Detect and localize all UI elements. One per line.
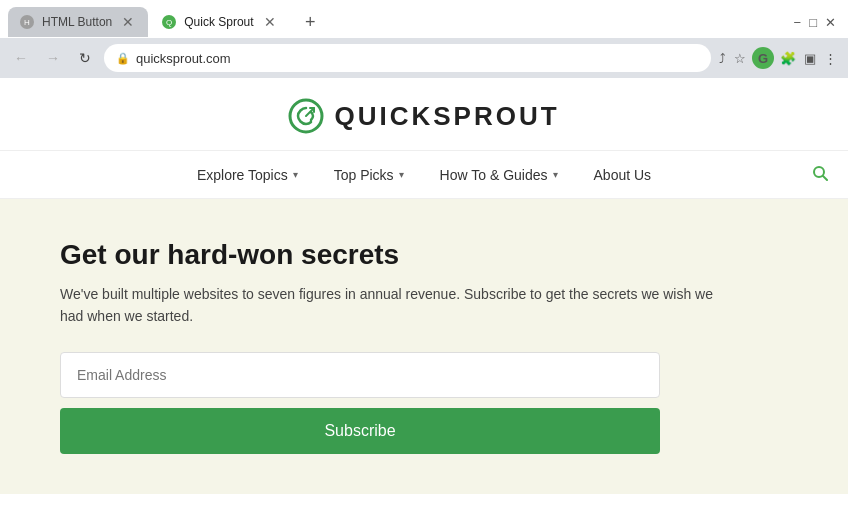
tab-html-button[interactable]: H HTML Button ✕ (8, 7, 148, 37)
chevron-down-icon: ▾ (399, 169, 404, 180)
nav-item-top-picks[interactable]: Top Picks ▾ (316, 153, 422, 197)
address-bar[interactable]: 🔒 quicksprout.com (104, 44, 711, 72)
nav-item-how-to-guides[interactable]: How To & Guides ▾ (422, 153, 576, 197)
tab-close-html[interactable]: ✕ (120, 14, 136, 30)
email-input[interactable] (60, 352, 660, 398)
toolbar-actions: ⤴ ☆ G 🧩 ▣ ⋮ (717, 47, 840, 69)
quicksprout-logo-icon (288, 98, 324, 134)
minimize-button[interactable]: − (794, 15, 802, 30)
extensions-icon[interactable]: 🧩 (778, 49, 798, 68)
nav-bar: Explore Topics ▾ Top Picks ▾ How To & Gu… (0, 151, 848, 199)
chevron-down-icon: ▾ (293, 169, 298, 180)
svg-line-6 (823, 176, 827, 180)
site-header: QUICKSPROUT (0, 78, 848, 151)
website-content: QUICKSPROUT Explore Topics ▾ Top Picks ▾… (0, 78, 848, 494)
forward-button[interactable]: → (40, 45, 66, 71)
email-form: Subscribe (60, 352, 660, 454)
tab-favicon-html: H (20, 15, 34, 29)
search-button[interactable] (812, 165, 828, 185)
reload-button[interactable]: ↻ (72, 45, 98, 71)
nav-item-explore-topics[interactable]: Explore Topics ▾ (179, 153, 316, 197)
svg-text:H: H (24, 18, 30, 27)
tab-quicksprout[interactable]: Q Quick Sprout ✕ (150, 7, 290, 37)
chrome-avatar[interactable]: G (752, 47, 774, 69)
close-button[interactable]: ✕ (825, 15, 836, 30)
subscribe-button[interactable]: Subscribe (60, 408, 660, 454)
logo-container: QUICKSPROUT (288, 98, 559, 134)
tab-title-qs: Quick Sprout (184, 15, 254, 29)
chrome-menu-button[interactable]: ⋮ (822, 49, 840, 68)
url-text: quicksprout.com (136, 51, 699, 66)
hero-subtitle: We've built multiple websites to seven f… (60, 283, 740, 328)
svg-text:Q: Q (166, 18, 172, 27)
lock-icon: 🔒 (116, 52, 130, 65)
nav-item-about-us[interactable]: About Us (576, 153, 670, 197)
address-bar-row: ← → ↻ 🔒 quicksprout.com ⤴ ☆ G 🧩 ▣ ⋮ (0, 38, 848, 78)
maximize-button[interactable]: □ (809, 15, 817, 30)
hero-section: Get our hard-won secrets We've built mul… (0, 199, 848, 494)
site-logo-text: QUICKSPROUT (334, 101, 559, 132)
hero-title: Get our hard-won secrets (60, 239, 788, 271)
sidebar-icon[interactable]: ▣ (802, 49, 818, 68)
nav-items: Explore Topics ▾ Top Picks ▾ How To & Gu… (179, 153, 669, 197)
bookmark-icon[interactable]: ☆ (732, 49, 748, 68)
new-tab-button[interactable]: + (296, 8, 324, 36)
tab-bar: H HTML Button ✕ Q Quick Sprout ✕ + − □ ✕ (0, 0, 848, 38)
window-controls: − □ ✕ (794, 15, 840, 30)
browser-window: H HTML Button ✕ Q Quick Sprout ✕ + − □ ✕… (0, 0, 848, 78)
tab-favicon-qs: Q (162, 15, 176, 29)
share-icon[interactable]: ⤴ (717, 49, 728, 68)
tab-close-qs[interactable]: ✕ (262, 14, 278, 30)
chevron-down-icon: ▾ (553, 169, 558, 180)
tab-title-html: HTML Button (42, 15, 112, 29)
back-button[interactable]: ← (8, 45, 34, 71)
